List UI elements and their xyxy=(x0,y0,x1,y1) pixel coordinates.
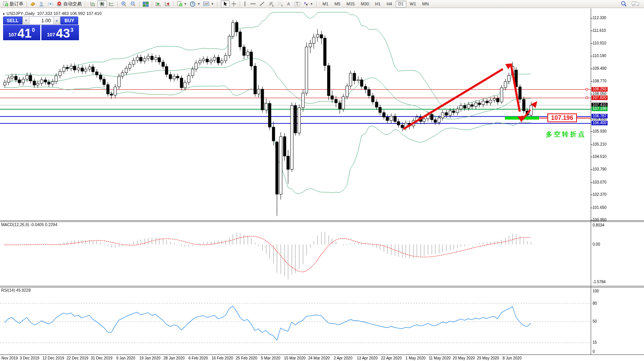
autotrade-button[interactable]: 自动交易 xyxy=(55,0,83,7)
chart-canvas[interactable] xyxy=(0,8,591,355)
time-axis-label: 19 Jan 2020 xyxy=(139,356,160,360)
vertical-line-icon xyxy=(243,1,247,7)
panel-separator[interactable] xyxy=(0,220,644,221)
price-tick-label: 105.210 xyxy=(593,142,606,146)
bar-chart-button[interactable] xyxy=(89,0,97,7)
price-tick-label: 103.790 xyxy=(593,167,606,171)
panel-separator[interactable] xyxy=(0,287,644,287)
hline-endpoint-marker[interactable] xyxy=(586,88,588,90)
new-order-icon xyxy=(3,1,8,7)
tab-timeframe-h1[interactable]: H1 xyxy=(373,1,383,7)
horizontal-line-button[interactable] xyxy=(248,0,258,7)
step-forward-button[interactable] xyxy=(154,0,163,7)
timeframe-bar: M1M5M15M30H1H4D1W1MN xyxy=(320,1,431,7)
candle-chart-icon xyxy=(99,1,105,7)
price-tick-label: 103.070 xyxy=(593,180,606,184)
time-axis-label: 8 Jun 2020 xyxy=(503,356,522,360)
svg-text:A: A xyxy=(287,2,290,6)
periods-button[interactable]: ▼ xyxy=(188,0,202,7)
step-forward-icon xyxy=(155,1,161,7)
templates-button[interactable]: ▼ xyxy=(202,0,215,7)
turning-point-annotation[interactable]: 多空转折点 xyxy=(546,130,586,139)
profile-icon xyxy=(39,1,44,7)
line-chart-button[interactable] xyxy=(107,0,116,7)
signal-button[interactable] xyxy=(46,0,55,7)
svg-text:F: F xyxy=(281,5,283,7)
tab-timeframe-m15[interactable]: M15 xyxy=(344,1,357,7)
time-axis-label: 12 Dec 2019 xyxy=(43,356,64,360)
line-chart-icon xyxy=(108,1,114,7)
hline-endpoint-marker[interactable] xyxy=(586,97,588,99)
text-label-button[interactable]: T xyxy=(293,0,302,7)
grid-button[interactable]: F xyxy=(276,0,285,7)
time-axis-label: 28 Jan 2020 xyxy=(163,356,184,360)
panel-separator[interactable] xyxy=(0,222,644,222)
tab-timeframe-mn[interactable]: MN xyxy=(419,1,431,7)
tab-timeframe-m30[interactable]: M30 xyxy=(358,1,371,7)
sell-price-box[interactable]: 107 41 0 xyxy=(3,25,40,40)
tab-timeframe-m5[interactable]: M5 xyxy=(332,1,343,7)
volume-decrease-button[interactable]: ▼ xyxy=(23,17,30,24)
toolbar-grip: ⁞ xyxy=(220,2,220,6)
text-icon: A xyxy=(286,1,291,7)
cursor-button[interactable] xyxy=(221,0,230,7)
tab-timeframe-w1[interactable]: W1 xyxy=(407,1,419,7)
new-chart-button[interactable]: ▼ xyxy=(176,0,189,7)
time-axis-label: 5 Mar 2020 xyxy=(261,356,281,360)
zoom-in-button[interactable] xyxy=(119,0,128,7)
panel-separator xyxy=(0,354,644,355)
panel-separator[interactable] xyxy=(0,286,644,286)
styler-button[interactable] xyxy=(28,0,37,7)
one-click-trade-panel: SELL ▼ ▲ BUY 107 41 0 107 43 3 xyxy=(3,16,79,40)
zoom-out-button[interactable] xyxy=(128,0,138,7)
price-axis-border xyxy=(591,8,591,355)
tab-timeframe-m1[interactable]: M1 xyxy=(320,1,331,7)
volume-input[interactable] xyxy=(30,17,53,24)
fibonacci-button[interactable]: E xyxy=(266,0,276,7)
tile-windows-icon xyxy=(143,1,149,7)
toolbar-separator xyxy=(174,1,174,7)
crosshair-icon xyxy=(231,1,237,7)
text-button[interactable]: A xyxy=(285,0,293,7)
rsi-axis-label: 80 xyxy=(593,301,597,305)
tab-timeframe-h4[interactable]: H4 xyxy=(384,1,395,7)
time-axis-label: 20 May 2020 xyxy=(453,356,475,360)
time-axis-label: 4 Nov 2019 xyxy=(0,356,18,360)
buy-price-big: 43 xyxy=(56,28,70,39)
text-label-icon: T xyxy=(294,1,300,7)
ohlc-values: 107.333 107.483 106.992 107.410 xyxy=(37,11,102,16)
tab-timeframe-d1[interactable]: D1 xyxy=(396,1,406,7)
rsi-axis-label: 50 xyxy=(593,319,597,323)
green-highlight-bar[interactable] xyxy=(505,117,539,120)
zoom-in-icon xyxy=(121,1,127,7)
price-marker-label-green: 107.196 xyxy=(591,107,608,111)
shapes-button[interactable]: ▼ xyxy=(302,0,315,7)
search-icon[interactable] xyxy=(621,1,627,7)
price-marker-label-red: 108.293 xyxy=(591,87,608,92)
step-back-button[interactable] xyxy=(163,0,172,7)
tile-windows-button[interactable] xyxy=(141,0,150,7)
profile-button[interactable] xyxy=(37,0,46,7)
candle-chart-button[interactable] xyxy=(97,0,107,7)
toolbar: 新订单 自动交易 ⁞ xyxy=(0,0,644,8)
chat-icon[interactable] xyxy=(631,1,639,7)
new-order-button[interactable]: 新订单 xyxy=(2,0,25,7)
autotrade-label: 自动交易 xyxy=(63,1,82,7)
vertical-line-button[interactable] xyxy=(242,0,248,7)
buy-price-box[interactable]: 107 43 3 xyxy=(41,25,79,40)
sell-button[interactable]: SELL xyxy=(3,16,22,25)
price-tick-label: 108.770 xyxy=(593,79,606,83)
time-axis-label: 25 Feb 2020 xyxy=(236,356,257,360)
time-axis-label: 29 May 2020 xyxy=(477,356,499,360)
autotrade-icon xyxy=(56,1,62,7)
trendline-button[interactable] xyxy=(258,0,266,7)
time-axis-label: 31 Dec 2019 xyxy=(91,356,113,360)
price-callout-box[interactable]: 107.196 xyxy=(547,113,577,122)
time-axis-label: 11 May 2020 xyxy=(429,356,450,360)
buy-button[interactable]: BUY xyxy=(61,16,78,25)
price-tick-label: 110.910 xyxy=(593,41,606,45)
toolbar-separator xyxy=(240,1,240,7)
crosshair-button[interactable] xyxy=(230,0,238,7)
symbol-marker-icon: ▲ xyxy=(2,12,5,15)
volume-increase-button[interactable]: ▲ xyxy=(53,17,60,24)
